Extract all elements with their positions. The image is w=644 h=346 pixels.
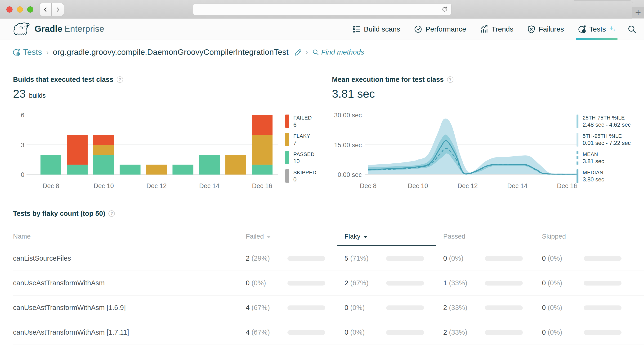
nav-item-performance[interactable]: Performance: [414, 19, 466, 40]
nav-label: Build scans: [364, 25, 400, 33]
table-row: canUseAstTransformWithAsm 0 (0%) 2 (67%)…: [13, 271, 644, 295]
find-methods-link[interactable]: Find methods: [312, 48, 364, 56]
builds-panel-title: Builds that executed test class: [13, 76, 114, 83]
nav-item-failures[interactable]: Failures: [527, 19, 564, 40]
flaky-cell: 5 (71%): [338, 254, 436, 262]
breadcrumb-tests-link[interactable]: Tests: [12, 47, 42, 57]
flaky-bar: [386, 330, 424, 335]
nav-item-trends[interactable]: Trends: [480, 19, 513, 40]
svg-text:Dec 8: Dec 8: [42, 182, 60, 190]
test-name-link[interactable]: canUseAstTransformWithAsm: [13, 279, 239, 287]
help-icon[interactable]: ?: [447, 76, 454, 83]
address-input[interactable]: [193, 4, 451, 15]
browser-forward-button[interactable]: [52, 3, 64, 16]
passed-bar: [485, 330, 523, 335]
column-header-name: Name: [13, 228, 239, 246]
tests-icon: [12, 48, 20, 56]
sparkles-icon: [609, 26, 616, 33]
shield-x-icon: [527, 25, 536, 34]
passed-cell: 1 (33%): [436, 279, 535, 287]
failed-cell: 4 (67%): [239, 304, 338, 312]
passed-bar: [485, 305, 523, 310]
search-button[interactable]: [628, 25, 636, 34]
search-icon: [628, 25, 636, 34]
trends-icon: [480, 25, 488, 34]
app-header: Gradle Enterprise Build scans Performanc…: [0, 19, 644, 40]
builds-unit: builds: [29, 92, 46, 99]
help-icon[interactable]: ?: [108, 210, 115, 217]
svg-text:Dec 14: Dec 14: [507, 182, 528, 190]
breadcrumb-separator: ›: [305, 48, 308, 56]
passed-cell: 0 (0%): [436, 254, 535, 262]
breadcrumb-root-label: Tests: [23, 47, 42, 57]
test-name-link[interactable]: canUseAstTransformWithAsm [1.7.11]: [13, 328, 239, 336]
chevron-left-icon: [42, 7, 48, 13]
column-header-failed[interactable]: Failed: [239, 228, 338, 246]
flaky-bar: [386, 281, 424, 285]
skipped-bar: [584, 330, 622, 335]
table-row: canUseAstTransformWithAsm [1.6.9] 4 (67%…: [13, 295, 644, 320]
test-name-link[interactable]: canUseAstTransformWithAsm [1.6.9]: [13, 304, 239, 312]
zoom-window-button[interactable]: [27, 7, 34, 13]
p25-75-swatch: [576, 115, 578, 128]
svg-text:3: 3: [21, 141, 24, 149]
flaky-cell: 0 (0%): [338, 328, 436, 336]
table-title: Tests by flaky count (top 50): [13, 210, 105, 218]
nav-label: Performance: [426, 25, 466, 33]
window-controls: [6, 7, 34, 13]
failed-bar: [288, 305, 325, 310]
svg-text:30.00 sec: 30.00 sec: [334, 112, 362, 119]
skipped-swatch: [285, 169, 289, 183]
skipped-cell: 0 (0%): [535, 279, 634, 287]
mean-time-panel: Mean execution time for test class ? 3.8…: [327, 72, 625, 192]
failed-bar: [288, 256, 325, 261]
new-tab-button[interactable]: +: [632, 7, 644, 19]
mean-time-title: Mean execution time for test class: [332, 76, 444, 83]
builds-bar-chart[interactable]: 036Dec 8Dec 10Dec 12Dec 14Dec 16: [13, 108, 285, 191]
help-icon[interactable]: ?: [117, 76, 123, 83]
flaky-tests-section: Tests by flaky count (top 50) ? Name Fai…: [0, 204, 644, 345]
address-bar[interactable]: [193, 3, 452, 15]
svg-text:Dec 10: Dec 10: [408, 182, 428, 190]
skipped-cell: 0 (0%): [535, 304, 634, 312]
column-header-flaky[interactable]: Flaky: [338, 228, 436, 246]
svg-text:0.00 sec: 0.00 sec: [338, 171, 362, 178]
gauge-icon: [414, 25, 422, 34]
failed-cell: 2 (29%): [239, 254, 338, 262]
reload-icon[interactable]: [441, 6, 448, 13]
sort-caret-icon: [363, 236, 368, 238]
failed-cell: 0 (0%): [239, 279, 338, 287]
table-row: canUseAstTransformWithAsm [1.7.11] 4 (67…: [13, 320, 644, 345]
svg-text:Dec 8: Dec 8: [360, 182, 377, 190]
legend-item-passed: PASSED 10: [285, 151, 316, 165]
nav-item-tests[interactable]: Tests: [578, 19, 616, 40]
nav-item-build-scans[interactable]: Build scans: [352, 19, 400, 40]
skipped-cell: 0 (0%): [535, 254, 634, 262]
flaky-bar: [386, 256, 424, 261]
minimize-window-button[interactable]: [17, 7, 23, 13]
legend-item-p25-75: 25TH-75TH %ILE 2.48 sec - 4.62 sec: [576, 115, 631, 128]
svg-text:15.00 sec: 15.00 sec: [334, 141, 362, 149]
column-header-skipped[interactable]: Skipped: [535, 228, 634, 246]
mean-dashed-swatch: [576, 151, 578, 165]
tests-icon: [578, 25, 586, 34]
builds-count: 23: [13, 87, 26, 100]
svg-text:Dec 12: Dec 12: [146, 182, 167, 190]
test-name-link[interactable]: canListSourceFiles: [13, 254, 239, 262]
close-window-button[interactable]: [6, 7, 12, 13]
failed-cell: 4 (67%): [239, 328, 338, 336]
passed-bar: [485, 281, 523, 285]
browser-back-button[interactable]: [39, 3, 52, 16]
breadcrumb: Tests › org.gradle.groovy.compile.Daemon…: [12, 47, 364, 57]
gradle-logo[interactable]: Gradle Enterprise: [12, 21, 104, 37]
flaky-cell: 2 (67%): [338, 279, 436, 287]
sort-caret-icon: [266, 236, 271, 238]
column-header-passed[interactable]: Passed: [436, 228, 535, 246]
svg-text:Dec 14: Dec 14: [199, 182, 220, 190]
search-icon: [312, 49, 319, 56]
skipped-bar: [584, 256, 622, 261]
main-nav: Build scans Performance Trends Failures: [352, 19, 616, 40]
mean-time-area-chart[interactable]: 0.00 sec15.00 sec30.00 secDec 8Dec 10Dec…: [327, 108, 576, 191]
pencil-icon[interactable]: [294, 48, 302, 56]
flaky-bar: [386, 305, 424, 310]
